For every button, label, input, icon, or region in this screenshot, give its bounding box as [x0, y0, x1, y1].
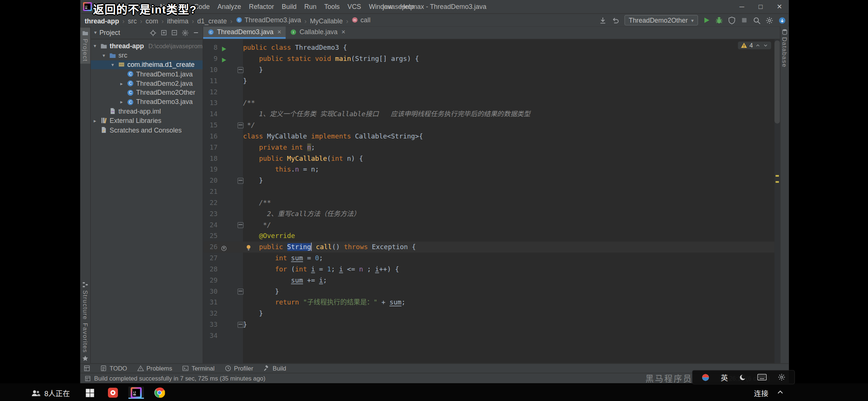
code-line-13[interactable]: 13/** [203, 98, 775, 109]
line-number[interactable]: 15 [203, 120, 218, 131]
tree-item-threaddemo1-java[interactable]: CThreadDemo1.java [91, 69, 203, 79]
code-line-11[interactable]: 11} [203, 75, 775, 87]
taskbar-app-chrome[interactable] [152, 387, 167, 399]
line-number[interactable]: 10 [203, 64, 218, 75]
line-number[interactable]: 22 [203, 197, 218, 208]
moon-icon[interactable] [739, 374, 746, 381]
tool-window-button-database[interactable]: Database [780, 29, 789, 68]
chevron-right-icon[interactable]: ▸ [118, 99, 124, 105]
tool-window-button-profiler[interactable]: Profiler [224, 365, 253, 372]
hide-panel-icon[interactable] [193, 29, 199, 36]
close-icon[interactable]: × [341, 28, 345, 36]
tool-window-button-favorites[interactable]: Favorites [80, 323, 90, 353]
breadcrumb-d1-create[interactable]: d1_create [197, 17, 227, 25]
line-number[interactable]: 19 [203, 164, 218, 175]
inspections-widget[interactable]: 4 [738, 42, 771, 49]
menu-tools[interactable]: Tools [320, 3, 344, 10]
tool-window-button-todo[interactable]: TODO [100, 365, 127, 372]
line-number[interactable]: 13 [203, 98, 218, 109]
coverage-button[interactable] [728, 16, 736, 24]
line-number[interactable]: 14 [203, 108, 218, 120]
run-gutter-icon[interactable] [221, 57, 227, 63]
line-number[interactable]: 33 [203, 319, 218, 330]
settings-gear-icon[interactable] [766, 16, 773, 24]
expand-all-icon[interactable] [161, 29, 167, 36]
code-line-17[interactable]: 17 private int n; [203, 142, 775, 153]
code-line-10[interactable]: 10 } [203, 64, 775, 75]
stop-button[interactable] [741, 17, 748, 24]
rollback-icon[interactable] [612, 16, 619, 24]
tool-window-button-build[interactable]: Build [263, 365, 286, 372]
line-number[interactable]: 34 [203, 330, 218, 341]
code-line-23[interactable]: 23 2、重写call方法（任务方法） [203, 208, 775, 219]
line-number[interactable]: 27 [203, 252, 218, 264]
search-everywhere-icon[interactable] [753, 16, 761, 24]
minimize-icon[interactable]: ─ [732, 0, 751, 13]
line-number[interactable]: 18 [203, 153, 218, 164]
line-number[interactable]: 21 [203, 186, 218, 197]
keyboard-icon[interactable] [757, 374, 766, 381]
menu-vcs[interactable]: VCS [343, 3, 365, 10]
editor-content[interactable]: 8public class ThreadDemo3 {9 public stat… [203, 39, 780, 364]
debug-button[interactable] [715, 16, 723, 24]
code-line-19[interactable]: 19 this.n = n; [203, 164, 775, 175]
line-number[interactable]: 25 [203, 231, 218, 242]
code-line-22[interactable]: 22 /** [203, 197, 775, 208]
code-line-32[interactable]: 32 } [203, 308, 775, 319]
line-number[interactable]: 23 [203, 208, 218, 219]
line-number[interactable]: 9 [203, 53, 218, 64]
breadcrumb-call[interactable]: mcall [352, 16, 371, 24]
ime-logo-icon[interactable] [701, 373, 710, 381]
close-icon[interactable]: ✕ [770, 0, 789, 13]
code-line-15[interactable]: 15 */ [203, 120, 775, 131]
code-line-34[interactable]: 34 [203, 330, 775, 341]
tree-item-threaddemo2other[interactable]: CThreadDemo2Other [91, 88, 203, 97]
chevron-down-icon[interactable]: ▾ [101, 53, 107, 58]
collapse-all-icon[interactable] [171, 29, 178, 36]
menu-refactor[interactable]: Refactor [245, 3, 278, 10]
update-project-icon[interactable] [599, 16, 606, 24]
tool-window-button-structure[interactable]: Structure [80, 281, 90, 320]
close-icon[interactable]: × [277, 28, 281, 36]
run-button[interactable] [703, 17, 710, 24]
code-line-18[interactable]: 18 public MyCallable(int n) { [203, 153, 775, 164]
menu-analyze[interactable]: Analyze [214, 3, 245, 10]
code-line-33[interactable]: 33} [203, 319, 775, 330]
tree-item-src[interactable]: ▾src [91, 51, 203, 60]
prev-warning-icon[interactable] [755, 43, 761, 48]
code-line-28[interactable]: 28 for (int i = 1; i <= n ; i++) { [203, 264, 775, 275]
line-number[interactable]: 29 [203, 275, 218, 286]
chevron-down-icon[interactable]: ▾ [109, 62, 115, 68]
chevron-down-icon[interactable]: ▾ [92, 43, 98, 49]
tool-window-button-terminal[interactable]: Terminal [182, 365, 214, 372]
taskbar-app-intellij[interactable]: IJ [128, 387, 144, 399]
breadcrumb-itheima[interactable]: itheima [167, 17, 188, 25]
line-number[interactable]: 30 [203, 286, 218, 297]
menu-build[interactable]: Build [278, 3, 300, 10]
maximize-icon[interactable]: □ [751, 0, 770, 13]
notification-icon[interactable] [778, 16, 786, 24]
connect-button[interactable]: 连接 [754, 388, 769, 398]
breadcrumb-threaddemo3-java[interactable]: CThreadDemo3.java [236, 16, 301, 24]
code-line-27[interactable]: 27 int sum = 0; [203, 252, 775, 264]
chevron-right-icon[interactable]: ▸ [118, 81, 124, 86]
next-warning-icon[interactable] [763, 43, 768, 48]
tree-item-com-itheima-d1-create[interactable]: ▾com.itheima.d1_create [91, 60, 203, 69]
line-number[interactable]: 31 [203, 297, 218, 308]
ime-language-toggle[interactable]: 英 [721, 372, 728, 382]
tree-item-thread-app-iml[interactable]: thread-app.iml [91, 107, 203, 116]
code-line-29[interactable]: 29 sum += i; [203, 275, 775, 286]
scrollbar-thumb[interactable] [775, 40, 780, 124]
warning-stripe-mark[interactable] [776, 175, 779, 176]
panel-settings-gear-icon[interactable] [181, 29, 188, 36]
code-line-25[interactable]: 25 @Override [203, 231, 775, 242]
tree-item-threaddemo2-java[interactable]: ▸CThreadDemo2.java [91, 79, 203, 88]
run-gutter-icon[interactable] [221, 46, 227, 52]
menu-run[interactable]: Run [300, 3, 320, 10]
line-number[interactable]: 16 [203, 131, 218, 142]
line-number[interactable]: 20 [203, 175, 218, 186]
line-number[interactable]: 28 [203, 264, 218, 275]
code-line-21[interactable]: 21 [203, 186, 775, 197]
warning-stripe-mark[interactable] [776, 181, 779, 183]
code-line-31[interactable]: 31 return "子线程执行的结果是：" + sum; [203, 297, 775, 308]
